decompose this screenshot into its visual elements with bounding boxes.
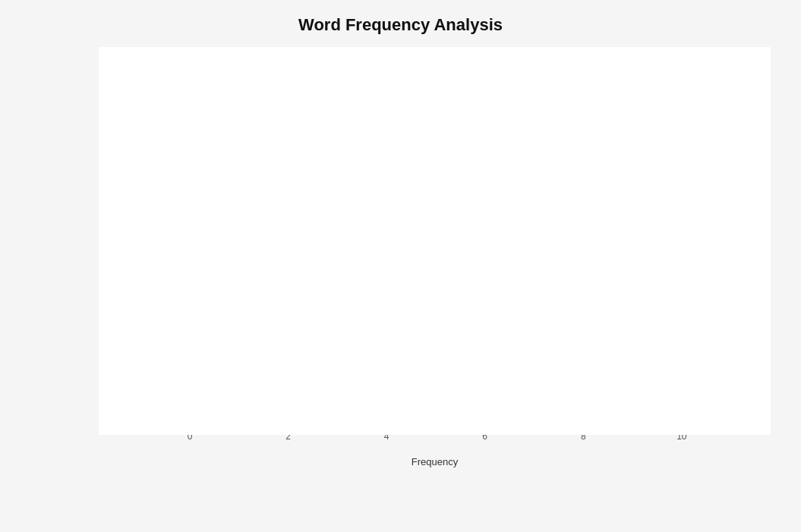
x-axis: Frequency (99, 438, 771, 467)
x-axis-label: Frequency (99, 456, 771, 467)
chart-container: Word Frequency Analysis 0246810vulnerabi… (0, 0, 801, 532)
chart-title: Word Frequency Analysis (30, 15, 771, 35)
